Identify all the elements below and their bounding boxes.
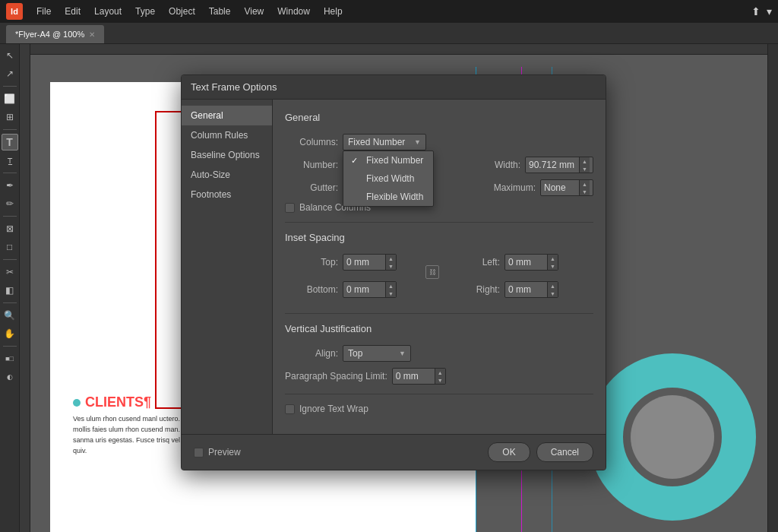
ignore-text-wrap-label: Ignore Text Wrap: [299, 404, 368, 414]
align-dropdown[interactable]: Top ▼: [343, 345, 411, 362]
nav-column-rules[interactable]: Column Rules: [182, 125, 272, 145]
select-tool[interactable]: ↖: [2, 47, 18, 64]
number-width-row: Number: ▲ ▼ Width:: [285, 157, 593, 173]
hand-tool[interactable]: ✋: [2, 325, 18, 342]
zoom-tool[interactable]: 🔍: [2, 307, 18, 324]
menu-layout[interactable]: Layout: [88, 4, 128, 19]
left-input[interactable]: [505, 255, 547, 270]
menu-window[interactable]: Window: [271, 4, 316, 19]
gutter-label: Gutter:: [285, 182, 338, 193]
menu-object[interactable]: Object: [163, 4, 201, 19]
type-tool[interactable]: T: [2, 134, 18, 150]
menu-help[interactable]: Help: [318, 4, 349, 19]
width-spinbox-arrows: ▲ ▼: [579, 157, 590, 173]
menu-type[interactable]: Type: [129, 4, 161, 19]
top-up-arrow[interactable]: ▲: [386, 255, 396, 262]
tab-flyer[interactable]: *Flyer-A4 @ 100% ✕: [6, 25, 104, 43]
paragraph-spacing-row: Paragraph Spacing Limit: ▲ ▼: [285, 368, 593, 385]
cancel-button[interactable]: Cancel: [536, 442, 593, 462]
nav-auto-size[interactable]: Auto-Size: [182, 165, 272, 185]
menu-view[interactable]: View: [238, 4, 270, 19]
bottom-input[interactable]: [343, 282, 385, 297]
right-up-arrow[interactable]: ▲: [548, 282, 558, 290]
columns-option-fixed-number[interactable]: ✓ Fixed Number: [343, 151, 433, 169]
rect-frame-tool[interactable]: ⊠: [2, 220, 18, 237]
left-toolbar: ↖ ↗ ⬜ ⊞ T T̲ ✒ ✏ ⊠ □ ✂ ◧ 🔍 ✋ ■□ ◐: [0, 44, 20, 532]
ignore-text-wrap-row: Ignore Text Wrap: [285, 404, 593, 414]
gradient-tool[interactable]: ◧: [2, 282, 18, 299]
paragraph-down-arrow[interactable]: ▼: [435, 376, 445, 384]
maximum-down-arrow[interactable]: ▼: [580, 188, 590, 195]
balance-columns-checkbox[interactable]: [285, 203, 295, 213]
right-spinbox[interactable]: ▲ ▼: [504, 281, 558, 298]
menu-file[interactable]: File: [30, 4, 57, 19]
balance-columns-row: Balance Columns: [285, 202, 593, 213]
text-frame-options-dialog: Text Frame Options General Column Rules …: [181, 74, 606, 470]
nav-footnotes[interactable]: Footnotes: [182, 185, 272, 204]
top-spinbox[interactable]: ▲ ▼: [343, 254, 397, 271]
divider-3: [285, 394, 593, 394]
bottom-down-arrow[interactable]: ▼: [386, 290, 396, 297]
maximum-input[interactable]: [541, 180, 579, 195]
number-label: Number:: [285, 160, 338, 170]
gap-tool[interactable]: ⊞: [2, 109, 18, 125]
left-down-arrow[interactable]: ▼: [548, 262, 558, 270]
paragraph-spacing-input[interactable]: [393, 369, 435, 384]
columns-option-flexible-width[interactable]: Flexible Width: [343, 188, 433, 206]
preview-checkbox[interactable]: [194, 448, 204, 458]
inset-spacing-title: Inset Spacing: [285, 232, 593, 243]
pencil-tool[interactable]: ✏: [2, 195, 18, 212]
more-icon[interactable]: ▾: [767, 5, 772, 17]
ok-button[interactable]: OK: [488, 442, 530, 462]
page-tool[interactable]: ⬜: [2, 90, 18, 107]
columns-option-fixed-width[interactable]: Fixed Width: [343, 169, 433, 188]
fill-stroke-widget[interactable]: ■□: [2, 350, 18, 367]
tab-bar: *Flyer-A4 @ 100% ✕: [0, 23, 778, 44]
app-titlebar: Id File Edit Layout Type Object Table Vi…: [0, 0, 778, 23]
top-down-arrow[interactable]: ▼: [386, 262, 396, 270]
left-up-arrow[interactable]: ▲: [548, 255, 558, 262]
width-down-arrow[interactable]: ▼: [580, 165, 590, 173]
right-panel: [767, 44, 778, 532]
align-dropdown-arrow: ▼: [399, 350, 406, 357]
app-bar-right: ⬆ ▾: [751, 5, 772, 17]
type-path-tool[interactable]: T̲: [2, 152, 18, 169]
top-input[interactable]: [343, 255, 385, 270]
nav-general[interactable]: General: [182, 106, 272, 125]
width-spinbox[interactable]: ▲ ▼: [525, 157, 593, 173]
paragraph-spacing-label: Paragraph Spacing Limit:: [285, 371, 387, 382]
align-label: Align:: [285, 348, 338, 359]
nav-baseline-options[interactable]: Baseline Options: [182, 145, 272, 165]
ignore-text-wrap-checkbox[interactable]: [285, 404, 295, 414]
pen-tool[interactable]: ✒: [2, 177, 18, 194]
inset-spacing-grid: Top: ▲ ▼: [285, 254, 593, 304]
menu-table[interactable]: Table: [203, 4, 237, 19]
menu-edit[interactable]: Edit: [59, 4, 87, 19]
left-label: Left:: [447, 257, 500, 268]
width-up-arrow[interactable]: ▲: [580, 157, 590, 165]
color-mode-widget[interactable]: ◐: [2, 369, 18, 385]
align-row: Align: Top ▼: [285, 345, 593, 362]
share-icon[interactable]: ⬆: [751, 5, 761, 17]
direct-select-tool[interactable]: ↗: [2, 65, 18, 82]
right-label: Right:: [447, 284, 500, 295]
rect-tool[interactable]: □: [2, 239, 18, 255]
width-input[interactable]: [526, 157, 579, 173]
right-input[interactable]: [505, 282, 547, 297]
bottom-spinbox[interactable]: ▲ ▼: [343, 281, 397, 298]
left-spinbox[interactable]: ▲ ▼: [504, 254, 558, 271]
scissors-tool[interactable]: ✂: [2, 264, 18, 280]
paragraph-spacing-spinbox[interactable]: ▲ ▼: [392, 368, 446, 385]
columns-dropdown[interactable]: Fixed Number ▼: [343, 134, 426, 150]
tab-close-icon[interactable]: ✕: [89, 30, 95, 39]
columns-label: Columns:: [285, 137, 338, 147]
canvas-area: sen manl uctuer. Nulla luct eas, tau san…: [20, 44, 767, 532]
option-label: Fixed Number: [366, 155, 423, 166]
maximum-spinbox[interactable]: ▲ ▼: [540, 179, 593, 196]
toolbar-separator-3: [3, 173, 17, 173]
maximum-up-arrow[interactable]: ▲: [580, 180, 590, 188]
inset-link-icon[interactable]: ⛓: [425, 265, 439, 279]
paragraph-up-arrow[interactable]: ▲: [435, 369, 445, 376]
right-down-arrow[interactable]: ▼: [548, 290, 558, 297]
bottom-up-arrow[interactable]: ▲: [386, 282, 396, 290]
